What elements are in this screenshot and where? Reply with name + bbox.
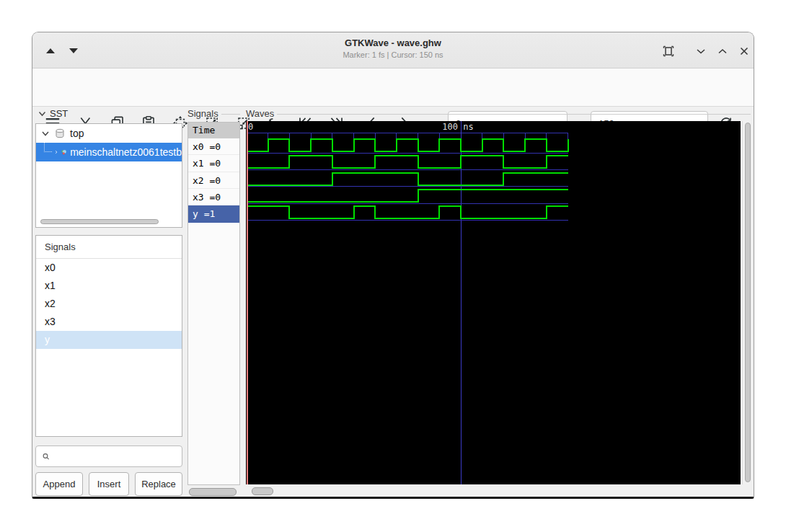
value-rows: x0 =0x1 =0x2 =0x3 =0y =1: [188, 138, 239, 223]
wave-canvas[interactable]: 0100 ns: [246, 121, 741, 484]
value-row[interactable]: x3 =0: [188, 189, 239, 205]
wave-trace-x3: [247, 190, 568, 202]
wave-svg: 0100 ns: [246, 121, 741, 484]
window-title: GTKWave - wave.ghw: [177, 37, 609, 48]
wave-trace-y: [247, 206, 568, 218]
tree-item-module[interactable]: meinschaltnetz0061testb: [36, 143, 182, 161]
waves-frame-label: Waves: [246, 108, 751, 119]
expander-down-icon: [38, 111, 46, 117]
values-panel: Time x0 =0x1 =0x2 =0x3 =0y =1: [187, 122, 240, 485]
wave-vscrollbar-thumb[interactable]: [745, 123, 751, 482]
shade-down-icon[interactable]: [69, 48, 78, 53]
wave-trace-x0: [247, 139, 568, 151]
timeline-label-origin: 0: [248, 122, 253, 132]
value-row[interactable]: x1 =0: [188, 155, 239, 172]
tree-hscrollbar-thumb[interactable]: [40, 219, 159, 224]
signals-panel: Signals x0x1x2x3y: [35, 235, 182, 437]
value-row[interactable]: x0 =0: [188, 138, 239, 155]
module-icon: [61, 146, 67, 158]
database-icon: [54, 128, 66, 139]
values-hscrollbar-thumb[interactable]: [189, 488, 237, 496]
expander-down-icon[interactable]: [41, 130, 50, 137]
value-row[interactable]: y =1: [188, 205, 239, 222]
tree-item-label: meinschaltnetz0061testb: [70, 146, 182, 158]
signals-panel-header: Signals: [36, 236, 182, 259]
chevron-up-icon[interactable]: [716, 44, 730, 58]
gtkwave-window: GTKWave - wave.ghw Marker: 1 fs | Cursor…: [32, 32, 754, 499]
signal-list-item[interactable]: y: [36, 331, 182, 349]
wave-hscrollbar-thumb[interactable]: [252, 487, 273, 495]
titlebar-center: GTKWave - wave.ghw Marker: 1 fs | Cursor…: [177, 37, 609, 59]
tree-guide-line: [44, 143, 52, 152]
fullscreen-icon[interactable]: [661, 44, 676, 58]
signal-list-item[interactable]: x1: [36, 277, 182, 295]
toolbar: From: To:: [32, 68, 754, 107]
marker-cursor-status: Marker: 1 fs | Cursor: 150 ns: [177, 50, 609, 59]
value-row[interactable]: x2 =0: [188, 172, 239, 189]
wave-trace-x1: [247, 156, 568, 168]
wave-trace-x2: [247, 173, 568, 185]
chevron-down-icon[interactable]: [694, 44, 709, 58]
search-input[interactable]: [55, 451, 182, 462]
signal-list-item[interactable]: x3: [36, 313, 182, 331]
append-button[interactable]: Append: [35, 472, 83, 496]
tree-item-label: top: [70, 128, 84, 139]
tree-item-top[interactable]: top: [36, 124, 182, 143]
signal-list-item[interactable]: x2: [36, 295, 182, 313]
close-icon[interactable]: [738, 44, 752, 58]
signal-list-item[interactable]: x0: [36, 259, 182, 277]
signal-list: x0x1x2x3y: [36, 259, 182, 349]
values-frame-label: Signals: [187, 108, 240, 119]
signal-search[interactable]: [35, 445, 182, 467]
sst-label: SST: [50, 108, 68, 119]
expander-right-icon[interactable]: [55, 148, 58, 156]
search-icon: [42, 451, 50, 462]
time-header[interactable]: Time: [188, 123, 239, 138]
sst-pane-header[interactable]: SST: [38, 108, 68, 119]
sst-tree: top meinschaltnetz0061testb: [35, 123, 182, 228]
replace-button[interactable]: Replace: [135, 472, 182, 496]
shade-up-icon[interactable]: [46, 48, 55, 53]
timeline-label-100ns: 100 ns: [442, 122, 473, 132]
wave-vscrollbar[interactable]: [742, 121, 752, 484]
insert-button[interactable]: Insert: [89, 472, 129, 496]
values-frame-label-text: Signals: [187, 108, 218, 119]
titlebar[interactable]: GTKWave - wave.ghw Marker: 1 fs | Cursor…: [32, 32, 754, 68]
waves-frame-label-text: Waves: [246, 108, 274, 119]
